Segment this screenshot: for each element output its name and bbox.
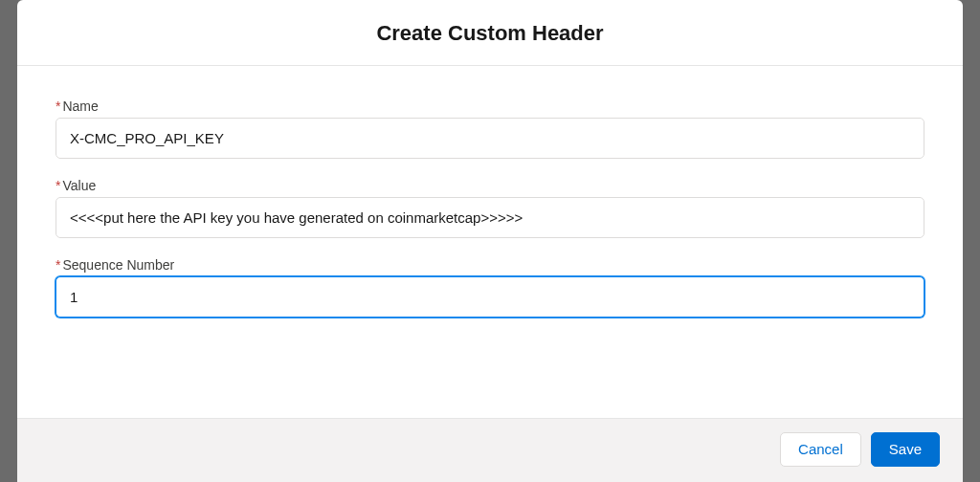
value-label-text: Value <box>62 178 96 193</box>
form-group-name: *Name <box>56 99 924 159</box>
value-input[interactable] <box>56 197 924 238</box>
required-asterisk-icon: * <box>56 257 60 273</box>
modal-title: Create Custom Header <box>40 21 940 46</box>
modal-body: *Name *Value *Sequence Number <box>17 66 963 418</box>
save-button[interactable]: Save <box>871 432 940 467</box>
sequence-input[interactable] <box>56 276 924 318</box>
required-asterisk-icon: * <box>56 99 60 114</box>
modal-header: Create Custom Header <box>17 0 963 66</box>
sequence-label: *Sequence Number <box>56 257 924 273</box>
form-group-value: *Value <box>56 178 924 238</box>
form-group-sequence: *Sequence Number <box>56 257 924 318</box>
modal-footer: Cancel Save <box>17 418 963 482</box>
required-asterisk-icon: * <box>56 178 60 193</box>
name-label: *Name <box>56 99 924 114</box>
sequence-label-text: Sequence Number <box>62 257 174 273</box>
create-custom-header-modal: Create Custom Header *Name *Value *Seque… <box>17 0 963 482</box>
name-input[interactable] <box>56 118 924 159</box>
name-label-text: Name <box>62 99 98 114</box>
cancel-button[interactable]: Cancel <box>780 432 861 467</box>
value-label: *Value <box>56 178 924 193</box>
